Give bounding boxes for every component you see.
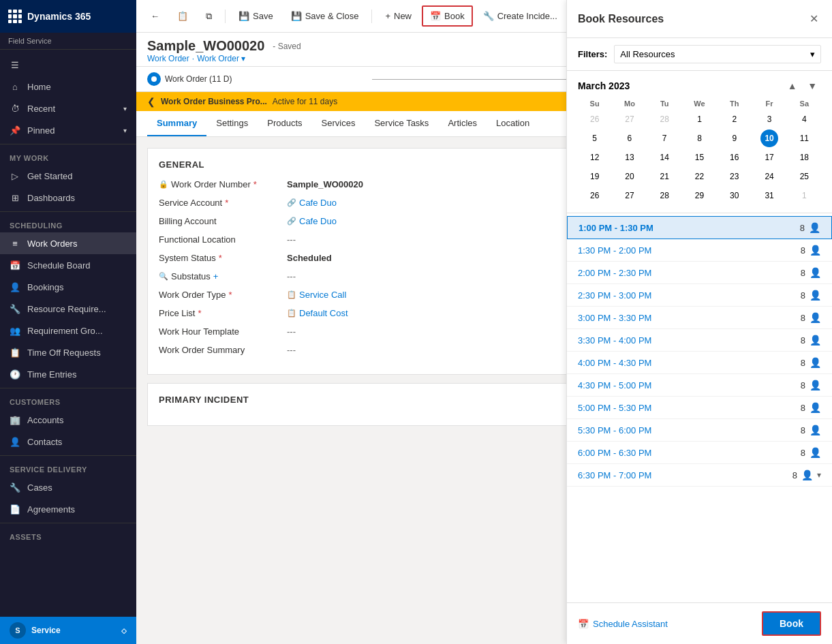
- progress-circle-1: [147, 72, 161, 86]
- slot-right-11: 8 👤 ▾: [792, 470, 821, 480]
- book-button[interactable]: 📅 Book: [422, 5, 473, 27]
- cal-day-23[interactable]: 23: [726, 168, 743, 185]
- cal-day-17[interactable]: 17: [760, 149, 778, 166]
- create-incident-button[interactable]: 🔧 Create Incide...: [476, 6, 565, 26]
- sidebar-item-home[interactable]: ⌂ Home: [0, 76, 136, 97]
- calendar-prev-button[interactable]: ▲: [784, 79, 801, 93]
- cal-day-15[interactable]: 15: [690, 149, 708, 166]
- time-slot-9[interactable]: 5:30 PM - 6:00 PM 8 👤: [567, 419, 832, 442]
- cal-day-1[interactable]: 1: [690, 110, 708, 128]
- sidebar-item-schedule-board[interactable]: 📅 Schedule Board: [0, 254, 136, 276]
- cal-day-26[interactable]: 26: [586, 187, 604, 204]
- time-slot-6[interactable]: 4:00 PM - 4:30 PM 8 👤: [567, 352, 832, 374]
- cal-day-4[interactable]: 4: [795, 110, 813, 128]
- cal-day-12[interactable]: 12: [586, 149, 604, 166]
- sidebar-item-time-entries[interactable]: 🕐 Time Entries: [0, 363, 136, 385]
- time-slot-3[interactable]: 2:30 PM - 3:00 PM 8 👤: [567, 284, 832, 307]
- sidebar-item-get-started[interactable]: ▷ Get Started: [0, 165, 136, 187]
- time-slot-4[interactable]: 3:00 PM - 3:30 PM 8 👤: [567, 307, 832, 329]
- tab-location[interactable]: Location: [487, 111, 539, 136]
- person-icon-5: 👤: [810, 335, 821, 346]
- work-order-type-icon: 📋: [287, 290, 296, 299]
- sidebar-item-accounts[interactable]: 🏢 Accounts: [0, 409, 136, 431]
- tab-products[interactable]: Products: [258, 111, 311, 136]
- filters-dropdown[interactable]: All Resources ▾: [614, 45, 821, 63]
- schedule-assistant-link[interactable]: 📅 Schedule Assistant: [578, 619, 668, 629]
- new-button[interactable]: + New: [378, 6, 419, 26]
- cal-day-25[interactable]: 25: [795, 168, 813, 185]
- breadcrumb-item-2[interactable]: Work Order ▾: [197, 54, 245, 63]
- sidebar-chevron-icon: ◇: [121, 627, 127, 634]
- time-slot-11[interactable]: 6:30 PM - 7:00 PM 8 👤 ▾: [567, 464, 832, 487]
- sidebar-item-agreements[interactable]: 📄 Agreements: [0, 498, 136, 520]
- new-window-button[interactable]: ⧉: [198, 6, 219, 27]
- cal-day-22[interactable]: 22: [690, 168, 708, 185]
- time-slot-10[interactable]: 6:00 PM - 6:30 PM 8 👤: [567, 442, 832, 464]
- cal-day-13[interactable]: 13: [621, 149, 638, 166]
- calendar-next-button[interactable]: ▼: [803, 79, 821, 93]
- sidebar-item-contacts[interactable]: 👤 Contacts: [0, 431, 136, 453]
- cal-day-28[interactable]: 28: [656, 187, 673, 204]
- sidebar-item-recent[interactable]: ⏱ Recent ▾: [0, 97, 136, 119]
- book-confirm-button[interactable]: Book: [762, 611, 821, 636]
- time-slot-5[interactable]: 3:30 PM - 4:00 PM 8 👤: [567, 329, 832, 352]
- cal-day-9[interactable]: 9: [726, 129, 743, 147]
- tab-services[interactable]: Services: [312, 111, 365, 136]
- cal-day-31[interactable]: 31: [760, 187, 778, 204]
- sidebar-item-bookings[interactable]: 👤 Bookings: [0, 276, 136, 298]
- cal-day-11[interactable]: 11: [795, 129, 813, 147]
- tab-settings[interactable]: Settings: [206, 111, 258, 136]
- app-module: Field Service: [0, 33, 136, 50]
- cal-day-3[interactable]: 3: [760, 110, 778, 128]
- person-icon-8: 👤: [810, 402, 821, 413]
- time-slot-1[interactable]: 1:30 PM - 2:00 PM 8 👤: [567, 239, 832, 262]
- sidebar-item-time-off-requests[interactable]: 📋 Time Off Requests: [0, 341, 136, 363]
- sidebar-item-pinned[interactable]: 📌 Pinned ▾: [0, 119, 136, 141]
- breadcrumb-item-1[interactable]: Work Order: [147, 54, 189, 63]
- cal-day-16[interactable]: 16: [726, 149, 743, 166]
- cal-day-24[interactable]: 24: [760, 168, 778, 185]
- sidebar-item-resource-requirements[interactable]: 🔧 Resource Require...: [0, 298, 136, 320]
- cal-day-26-prev[interactable]: 26: [586, 110, 604, 128]
- sidebar-item-cases[interactable]: 🔧 Cases: [0, 476, 136, 498]
- sidebar-item-dashboards[interactable]: ⊞ Dashboards: [0, 187, 136, 209]
- apps-icon[interactable]: [8, 10, 22, 23]
- cal-day-27-prev[interactable]: 27: [621, 110, 638, 128]
- cal-day-1-next[interactable]: 1: [795, 187, 813, 204]
- time-slot-8[interactable]: 5:00 PM - 5:30 PM 8 👤: [567, 397, 832, 419]
- save-button[interactable]: 💾 Save: [231, 6, 281, 26]
- cal-day-6[interactable]: 6: [621, 129, 638, 147]
- time-slot-label-0: 1:00 PM - 1:30 PM: [579, 223, 653, 233]
- sidebar-item-requirement-groups[interactable]: 👥 Requirement Gro...: [0, 320, 136, 341]
- cal-day-5[interactable]: 5: [586, 129, 604, 147]
- time-slot-0[interactable]: 1:00 PM - 1:30 PM 8 👤: [567, 216, 832, 239]
- cal-day-27[interactable]: 27: [621, 187, 638, 204]
- time-slot-2[interactable]: 2:00 PM - 2:30 PM 8 👤: [567, 262, 832, 284]
- cal-day-18[interactable]: 18: [795, 149, 813, 166]
- back-button[interactable]: ←: [143, 6, 167, 26]
- cal-day-10-today[interactable]: 10: [760, 129, 778, 147]
- cal-day-14[interactable]: 14: [656, 149, 673, 166]
- cal-day-7[interactable]: 7: [656, 129, 673, 147]
- sidebar-item-work-orders[interactable]: ≡ Work Orders: [0, 232, 136, 254]
- clock-list-icon: 🕐: [10, 369, 20, 380]
- slot-count-3: 8: [801, 290, 805, 301]
- cal-day-28-prev[interactable]: 28: [656, 110, 673, 128]
- sidebar-item-collapse[interactable]: ☰: [0, 54, 136, 76]
- cal-day-20[interactable]: 20: [621, 168, 638, 185]
- cal-day-19[interactable]: 19: [586, 168, 604, 185]
- time-slot-7[interactable]: 4:30 PM - 5:00 PM 8 👤: [567, 374, 832, 397]
- tab-summary[interactable]: Summary: [147, 111, 206, 136]
- cal-day-21[interactable]: 21: [656, 168, 673, 185]
- cal-day-30[interactable]: 30: [726, 187, 743, 204]
- alert-chevron-icon[interactable]: ❮: [147, 96, 155, 107]
- tab-service-tasks[interactable]: Service Tasks: [365, 111, 438, 136]
- cal-day-2[interactable]: 2: [726, 110, 743, 128]
- save-close-button[interactable]: 💾 Save & Close: [283, 6, 367, 26]
- sidebar-bottom[interactable]: S Service ◇: [0, 617, 136, 644]
- close-button[interactable]: ✕: [807, 10, 821, 28]
- cal-day-8[interactable]: 8: [690, 129, 708, 147]
- tab-articles[interactable]: Articles: [438, 111, 487, 136]
- form-view-button[interactable]: 📋: [170, 6, 196, 26]
- cal-day-29[interactable]: 29: [690, 187, 708, 204]
